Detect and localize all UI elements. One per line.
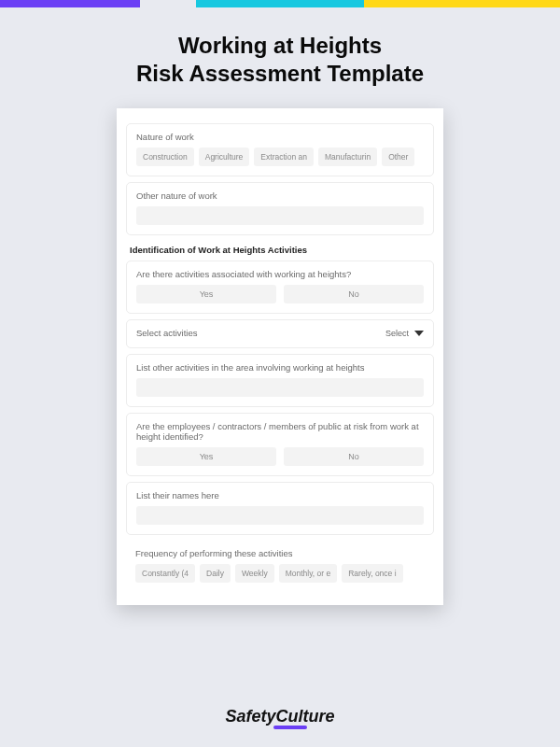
option-no[interactable]: No — [284, 285, 424, 303]
field-frequency: Frequency of performing these activities… — [126, 541, 434, 592]
option-chip[interactable]: Agriculture — [199, 148, 250, 166]
field-label: Are there activities associated with wor… — [136, 269, 424, 279]
field-label: Nature of work — [136, 132, 424, 142]
footer: SafetyCulture — [0, 707, 560, 726]
option-chip[interactable]: Monthly, or e — [279, 564, 338, 583]
field-select-activities: Select activities Select — [126, 319, 434, 348]
field-list-names: List their names here — [126, 482, 434, 535]
field-label: Select activities — [136, 328, 197, 338]
section-heading: Identification of Work at Heights Activi… — [130, 245, 434, 255]
field-label: Other nature of work — [136, 190, 424, 201]
text-input[interactable] — [136, 506, 424, 525]
option-chip[interactable]: Construction — [136, 148, 194, 166]
option-yes[interactable]: Yes — [136, 285, 276, 303]
field-label: Are the employees / contractors / member… — [136, 421, 424, 442]
select-dropdown[interactable]: Select — [385, 329, 424, 338]
option-chip[interactable]: Weekly — [235, 564, 274, 583]
field-nature-of-work: Nature of work Construction Agriculture … — [126, 123, 434, 176]
option-chip[interactable]: Manufacturin — [318, 148, 377, 166]
option-chip[interactable]: Constantly (4 — [135, 564, 195, 583]
field-label: List their names here — [136, 490, 424, 500]
option-chip[interactable]: Extraction an — [254, 148, 314, 166]
option-chip[interactable]: Rarely, once i — [342, 564, 402, 583]
page-title: Working at Heights Risk Assessment Templ… — [0, 32, 560, 88]
option-yes[interactable]: Yes — [136, 447, 276, 466]
accent-bar — [0, 0, 560, 7]
option-no[interactable]: No — [284, 447, 424, 466]
text-input[interactable] — [136, 206, 424, 225]
field-other-nature: Other nature of work — [126, 182, 434, 235]
chevron-down-icon — [414, 331, 424, 336]
field-list-other-activities: List other activities in the area involv… — [126, 354, 434, 407]
text-input[interactable] — [136, 378, 424, 397]
option-chip[interactable]: Daily — [200, 564, 231, 583]
template-preview: Nature of work Construction Agriculture … — [117, 108, 443, 605]
field-at-risk: Are the employees / contractors / member… — [126, 413, 434, 476]
field-label: Frequency of performing these activities — [135, 548, 425, 558]
field-activities-associated: Are there activities associated with wor… — [126, 261, 434, 314]
option-chip[interactable]: Other — [382, 148, 414, 166]
field-label: List other activities in the area involv… — [136, 362, 424, 373]
brand-logo: SafetyCulture — [225, 707, 334, 726]
